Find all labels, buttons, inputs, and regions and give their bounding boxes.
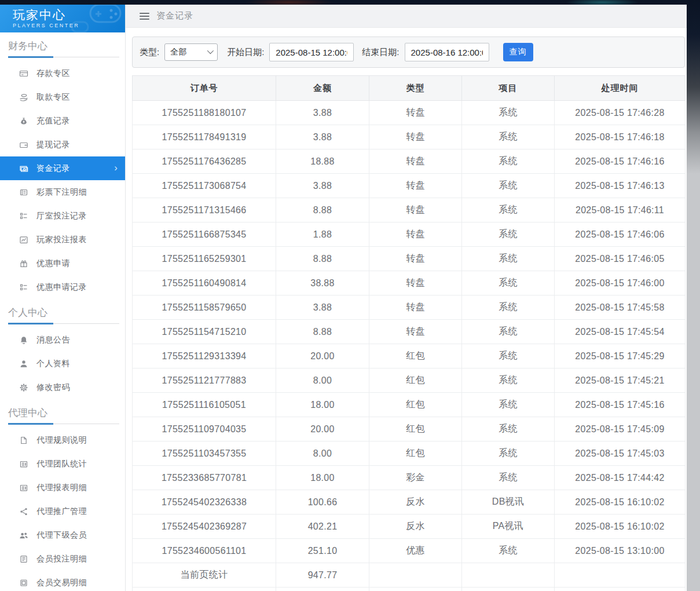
chart-icon [19,235,28,245]
table-row: 175525116049081438.88转盘系统2025-08-15 17:4… [133,271,686,296]
sidebar-item[interactable]: 代理报表明细 [0,476,125,499]
table-cell: 系统 [462,222,555,247]
sidebar-item[interactable]: 消息公告 [0,328,125,352]
sidebar-item[interactable]: 会员投注明细 [0,547,125,571]
column-header: 类型 [369,76,462,101]
content-area: 类型: 全部 开始日期: 结束日期: 查询 订单号金额类型项目处理时间 1755… [126,28,687,591]
table-cell: 1.88 [276,222,369,247]
table-cell: 2025-08-15 17:46:28 [555,101,686,125]
table-cell: 1755245402369287 [133,515,276,539]
table-cell: 18.88 [276,149,369,174]
sidebar: 玩家中心 PLAYERS CENTER 财务中心存款专区取款专区充值记录提现记录… [0,5,126,591]
table-cell: 2025-08-15 17:44:42 [555,466,686,490]
table-cell [462,563,555,588]
table-cell: 20.00 [276,417,369,442]
sidebar-item-label: 厅室投注记录 [36,211,87,221]
sidebar-item-label: 个人资料 [36,359,70,369]
table-cell: 2025-08-15 17:46:00 [555,271,686,296]
table-row: 17552511713154668.88转盘系统2025-08-15 17:46… [133,198,686,222]
table-cell: 系统 [462,417,555,442]
end-date-input[interactable] [405,43,489,61]
table-row: 175525111610505118.00红包系统2025-08-15 17:4… [133,393,686,417]
gamepad-decoration-icon [54,5,124,32]
hamburger-icon[interactable] [140,11,149,21]
table-cell: 2025-08-15 17:46:18 [555,125,686,149]
end-date-label: 结束日期: [362,47,399,58]
table-cell: 2025-08-15 16:10:02 [555,490,686,515]
table-cell: 8.88 [276,247,369,271]
sidebar-item[interactable]: 个人资料 [0,352,125,375]
sidebar-item[interactable]: 代理下级会员 [0,523,125,547]
table-cell: 1755251171315466 [133,198,276,222]
table-cell: DB视讯 [462,490,555,515]
users-icon [19,531,28,540]
sidebar-item[interactable]: 资金记录› [0,156,125,180]
table-cell: 1755245402326338 [133,490,276,515]
hand-money-icon [19,93,28,102]
table-cell [555,563,686,588]
table-cell: 系统 [462,149,555,174]
cash-icon [19,164,28,173]
table-cell: 2025-08-15 17:45:54 [555,320,686,344]
sidebar-item[interactable]: 优惠申请记录 [0,275,125,299]
share-icon [19,507,28,516]
list-icon [19,211,28,221]
type-select[interactable]: 全部 [164,43,218,61]
section-underline [8,323,119,324]
table-cell: 1755251103457355 [133,442,276,466]
table-cell: 251.10 [276,539,369,563]
sidebar-item[interactable]: 代理团队统计 [0,452,125,476]
search-button[interactable]: 查询 [503,43,533,61]
table-cell: 3.88 [276,101,369,125]
sidebar-section-title: 代理中心 [0,399,125,424]
sidebar-item[interactable]: 会员交易明细 [0,571,125,591]
table-cell: 2025-08-15 17:45:16 [555,393,686,417]
table-cell: 转盘 [369,247,462,271]
table-cell: 系统 [462,320,555,344]
sidebar-item[interactable]: 提现记录 [0,133,125,156]
table-row: 175525117643628518.88转盘系统2025-08-15 17:4… [133,149,686,174]
table-cell: 系统 [462,539,555,563]
sidebar-section-title: 财务中心 [0,32,125,57]
table-cell: 转盘 [369,101,462,125]
sidebar-item[interactable]: 存款专区 [0,61,125,85]
table-cell: 系统 [462,344,555,369]
table-cell: 2025-08-15 17:45:58 [555,296,686,320]
table-cell [369,563,462,588]
table-cell: 1755251188180107 [133,101,276,125]
sidebar-item-label: 代理团队统计 [36,459,87,469]
sidebar-item-label: 会员交易明细 [36,578,87,588]
records-table: 订单号金额类型项目处理时间 17552511881801073.88转盘系统20… [132,75,686,591]
sidebar-item[interactable]: 彩票下注明细 [0,180,125,204]
column-header: 项目 [462,76,555,101]
sidebar-item[interactable]: 厅室投注记录 [0,204,125,228]
table-cell: 1755251160490814 [133,271,276,296]
sidebar-item[interactable]: 代理推广管理 [0,499,125,523]
table-row: 17552511730687543.88转盘系统2025-08-15 17:46… [133,174,686,198]
table-row: 175523368577078118.00彩金系统2025-08-15 17:4… [133,466,686,490]
sidebar-item-label: 资金记录 [36,163,70,174]
sidebar-item[interactable]: 代理规则说明 [0,428,125,452]
start-date-input[interactable] [269,43,354,61]
sidebar-section-title: 个人中心 [0,299,125,323]
table-cell: 2025-08-15 17:46:13 [555,174,686,198]
summary-row: 总统计947.77 [133,588,686,591]
sidebar-item[interactable]: 玩家投注报表 [0,228,125,251]
type-label: 类型: [140,47,159,58]
table-row: 175525112931339420.00红包系统2025-08-15 17:4… [133,344,686,369]
sidebar-item[interactable]: 优惠申请 [0,251,125,275]
table-cell: 转盘 [369,198,462,222]
sidebar-item[interactable]: 充值记录 [0,109,125,133]
chevron-right-icon: › [114,163,118,173]
table-row: 17552511217778838.00红包系统2025-08-15 17:45… [133,369,686,393]
sidebar-item[interactable]: 取款专区 [0,85,125,109]
sidebar-item-label: 代理下级会员 [36,530,87,541]
sidebar-item[interactable]: 修改密码 [0,375,125,399]
table-cell: 1755251165259301 [133,247,276,271]
table-cell: 2025-08-15 17:45:21 [555,369,686,393]
table-cell: 8.00 [276,442,369,466]
table-cell: 3.88 [276,125,369,149]
table-cell: 2025-08-15 13:10:00 [555,539,686,563]
table-cell: 1755251158579650 [133,296,276,320]
table-cell: 系统 [462,442,555,466]
